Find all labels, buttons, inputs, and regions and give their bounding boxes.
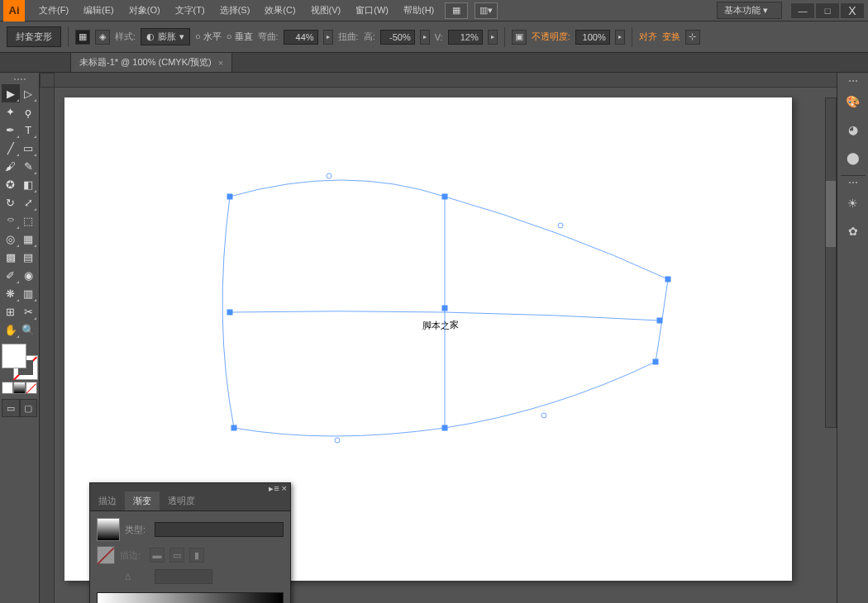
opacity-stepper[interactable]: ▸ [615,30,625,45]
arrange-docs-icon[interactable]: ▥▾ [475,2,498,19]
menu-view[interactable]: 视图(V) [303,0,349,21]
panel-gripper[interactable] [2,76,37,83]
menu-window[interactable]: 窗口(W) [348,0,396,21]
ruler-vertical[interactable] [40,88,55,603]
color-panel-icon[interactable]: 🎨 [841,89,866,114]
fill-swatch[interactable] [2,344,26,368]
document-tab-close[interactable]: × [218,58,223,68]
orient-v-radio[interactable]: ○ 垂直 [227,31,253,43]
envelope-mesh-icon[interactable]: ▦ [75,30,90,45]
envelope-object[interactable]: 脚本之家 [197,172,684,453]
blend-tool[interactable]: ◉ [20,266,38,284]
screen-mode-btn[interactable]: ▢ [20,399,38,417]
selection-tool[interactable]: ▶ [2,84,20,102]
document-tab-bar: 未标题-1* @ 100% (CMYK/预览) × [0,53,868,73]
tab-gradient[interactable]: 渐变 [125,491,160,510]
tab-stroke[interactable]: 描边 [90,491,125,510]
workspace-switcher[interactable]: 基本功能 ▾ [717,2,782,19]
distort-h-input[interactable] [380,30,415,45]
symbols-panel-icon[interactable]: ✿ [841,219,866,244]
gradient-mode-btn[interactable] [13,382,25,394]
graph-tool[interactable]: ▥ [20,284,38,302]
menu-edit[interactable]: 编辑(E) [76,0,122,21]
gradient-slider[interactable] [97,592,284,603]
align-link[interactable]: 对齐 [639,31,657,43]
close-button[interactable]: X [840,2,865,19]
transform-link[interactable]: 变换 [662,31,680,43]
symbol-sprayer-tool[interactable]: ❋ [2,284,20,302]
color-mode-btn[interactable] [2,382,13,394]
ruler-horizontal[interactable] [55,73,837,88]
gradient-preview[interactable] [97,518,120,541]
pen-tool[interactable]: ✒ [2,121,20,139]
eraser-tool[interactable]: ◧ [20,175,38,193]
gradient-tool[interactable]: ▤ [20,248,38,266]
ruler-origin[interactable] [40,73,55,88]
warp-style-dropdown[interactable]: ◐膨胀▾ [141,28,190,45]
artboard-tool[interactable]: ⊞ [2,302,20,320]
panel-close-icon[interactable]: × [282,483,287,493]
menu-effect[interactable]: 效果(C) [257,0,303,21]
swatches-panel-icon[interactable]: ⬤ [841,145,866,170]
menu-type[interactable]: 文字(T) [168,0,212,21]
envelope-options-icon[interactable]: ▣ [512,30,527,45]
shape-builder-tool[interactable]: ◎ [2,230,20,248]
eyedropper-tool[interactable]: ✐ [2,266,20,284]
brushes-panel-icon[interactable]: ☀ [841,191,866,216]
dock-gripper[interactable] [841,78,866,84]
doc-setup-icon[interactable]: ▦ [445,2,468,19]
panel-header[interactable]: ▸≡ × [90,483,290,491]
distort-v-stepper[interactable]: ▸ [488,30,498,45]
color-guide-icon[interactable]: ◕ [841,117,866,142]
pencil-tool[interactable]: ✎ [20,157,38,175]
fill-stroke-swatch[interactable] [2,344,38,380]
gradient-type-dropdown[interactable] [155,522,284,537]
stroke-mode-2: ▭ [169,548,184,563]
type-tool[interactable]: T [20,121,38,139]
hand-tool[interactable]: ✋ [2,320,20,339]
minimize-button[interactable]: — [790,2,815,19]
document-tab[interactable]: 未标题-1* @ 100% (CMYK/预览) × [70,52,232,72]
tool-mode-label: 封套变形 [7,26,61,47]
paintbrush-tool[interactable]: 🖌 [2,157,20,175]
gradient-panel[interactable]: ▸≡ × 描边 渐变 透明度 类型: 描边: ▬ ▭ ▮ Δ [89,482,291,603]
menu-file[interactable]: 文件(F) [31,0,76,21]
panel-menu-icon[interactable]: ▸≡ [269,483,279,493]
zoom-tool[interactable]: 🔍 [20,320,38,339]
vertical-scrollbar[interactable] [825,97,837,428]
draw-normal-btn[interactable]: ▭ [2,399,20,417]
distort-h-stepper[interactable]: ▸ [420,30,430,45]
width-tool[interactable]: ⌔ [2,211,20,230]
envelope-anchors[interactable] [227,173,670,443]
orient-h-radio[interactable]: ○ 水平 [195,31,222,43]
slice-tool[interactable]: ✂ [20,302,38,320]
direct-selection-tool[interactable]: ▷ [20,84,38,102]
blob-brush-tool[interactable]: ✪ [2,175,20,193]
line-tool[interactable]: ╱ [2,139,20,157]
free-transform-tool[interactable]: ⬚ [20,211,38,230]
bend-input[interactable] [284,30,318,45]
svg-point-13 [541,413,546,418]
scale-tool[interactable]: ⤢ [20,193,38,211]
menu-object[interactable]: 对象(O) [122,0,168,21]
menu-select[interactable]: 选择(S) [212,0,258,21]
maximize-button[interactable]: □ [815,2,840,19]
perspective-tool[interactable]: ▦ [20,230,38,248]
rotate-tool[interactable]: ↻ [2,193,20,211]
distort-v-input[interactable] [448,30,483,45]
svg-rect-9 [653,359,658,364]
warped-text: 脚本之家 [422,320,459,331]
bend-stepper[interactable]: ▸ [323,30,333,45]
menu-help[interactable]: 帮助(H) [396,0,441,21]
magic-wand-tool[interactable]: ✦ [2,102,20,121]
none-mode-btn[interactable] [26,382,37,394]
rectangle-tool[interactable]: ▭ [20,139,38,157]
envelope-warp-icon[interactable]: ◈ [95,30,110,45]
mesh-tool[interactable]: ▩ [2,248,20,266]
tab-transparency[interactable]: 透明度 [160,491,203,510]
lasso-tool[interactable]: ϙ [20,102,38,121]
isolate-icon[interactable]: ⊹ [685,30,700,45]
scrollbar-thumb[interactable] [826,181,836,247]
opacity-input[interactable] [575,30,610,45]
dock-gripper-2[interactable] [841,179,866,186]
